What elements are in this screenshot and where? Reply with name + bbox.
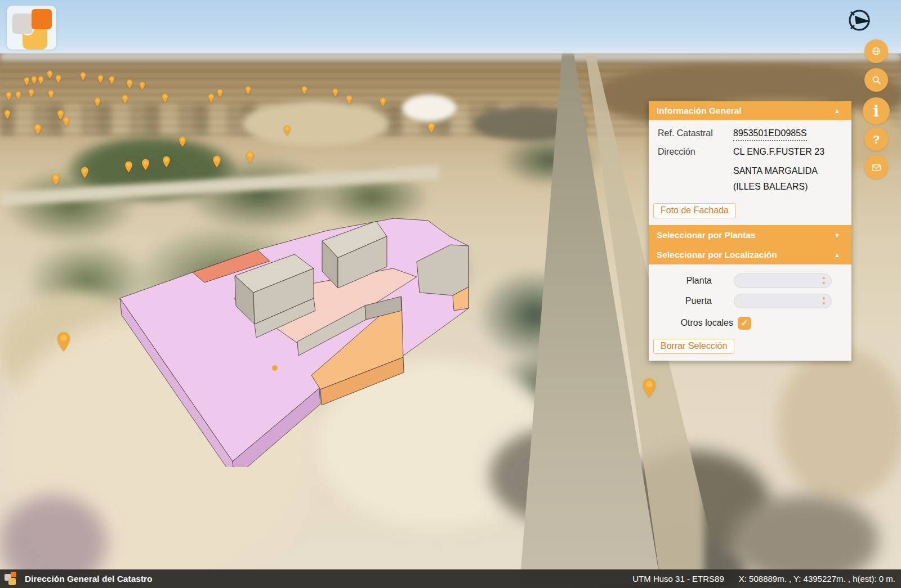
map-pin[interactable] <box>162 156 171 170</box>
mail-icon <box>871 163 881 172</box>
logo-gray-square <box>12 14 33 34</box>
direccion-value-line1: CL ENG.F.FUSTER 23 <box>733 145 824 159</box>
agency-name: Dirección General del Catastro <box>25 574 153 584</box>
map-pin[interactable] <box>427 122 435 136</box>
map-pin[interactable] <box>6 92 12 102</box>
borrar-seleccion-button[interactable]: Borrar Selección <box>653 339 734 354</box>
section-header-seleccionar-plantas[interactable]: Seleccionar por Plantas ▼ <box>649 225 851 245</box>
map-pin[interactable] <box>122 95 128 106</box>
direccion-row3: (ILLES BALEARS) <box>649 179 851 195</box>
map-pin[interactable] <box>28 89 34 100</box>
map-pin[interactable] <box>38 76 44 87</box>
search-icon <box>871 75 881 85</box>
building-face[interactable] <box>272 365 278 371</box>
map-pin[interactable] <box>56 331 71 354</box>
map-pin[interactable] <box>24 77 30 88</box>
localizacion-form: Planta ▲▼ Puerta ▲▼ Otros loca <box>649 264 851 361</box>
map-pin[interactable] <box>109 76 115 87</box>
map-pin[interactable] <box>34 124 42 137</box>
check-icon: ✓ <box>741 318 748 328</box>
planta-label: Planta <box>649 276 712 286</box>
collapse-arrow-icon[interactable]: ▲ <box>834 107 840 114</box>
section-title: Seleccionar por Plantas <box>657 230 756 240</box>
info-icon: i <box>873 104 879 119</box>
puerta-row: Puerta ▲▼ <box>649 291 851 311</box>
map-pin[interactable] <box>212 155 221 170</box>
map-pin[interactable] <box>246 151 255 165</box>
chevron-updown-icon: ▲▼ <box>822 275 826 286</box>
map-pin[interactable] <box>15 91 21 102</box>
mail-button[interactable] <box>864 155 888 179</box>
map-pin[interactable] <box>81 167 89 181</box>
map-pin[interactable] <box>380 97 386 109</box>
map-pin[interactable] <box>4 110 11 122</box>
near-field <box>777 349 901 501</box>
planta-row: Planta ▲▼ <box>649 271 851 290</box>
expand-arrow-icon[interactable]: ▼ <box>834 232 840 239</box>
direccion-value-line3: (ILLES BALEARS) <box>733 179 808 194</box>
map-pin[interactable] <box>283 125 291 138</box>
map-pin[interactable] <box>55 75 61 86</box>
help-icon: ? <box>873 133 880 145</box>
puerta-select[interactable]: ▲▼ <box>734 294 832 308</box>
globe-button[interactable] <box>864 39 888 63</box>
map-pin[interactable] <box>63 116 70 129</box>
help-button[interactable]: ? <box>864 127 888 151</box>
catastro-logo <box>7 6 56 50</box>
info-panel: Información General ▲ Ref. Catastral 895… <box>649 101 851 361</box>
map-pin[interactable] <box>47 70 53 81</box>
otros-locales-label: Otros locales <box>649 318 733 328</box>
planta-select[interactable]: ▲▼ <box>734 273 832 288</box>
status-bar: Dirección General del Catastro UTM Huso … <box>0 569 901 588</box>
otros-locales-row: Otros locales ✓ <box>649 314 851 332</box>
map-pin[interactable] <box>124 161 133 175</box>
ref-catastral-row: Ref. Catastral 8953501ED0985S <box>649 124 851 143</box>
puerta-label: Puerta <box>649 296 712 306</box>
map-pin[interactable] <box>139 82 145 92</box>
chevron-updown-icon: ▲▼ <box>822 295 826 307</box>
map-pin[interactable] <box>80 72 86 83</box>
map-pin[interactable] <box>141 159 150 173</box>
direccion-value-line2: SANTA MARGALIDA <box>733 164 818 178</box>
map-pin[interactable] <box>208 93 215 105</box>
catastro-3d-viewer: i ? Información General ▲ Ref. Catastral… <box>0 0 901 588</box>
otros-locales-checkbox[interactable]: ✓ <box>738 317 751 330</box>
section-header-informacion-general[interactable]: Información General ▲ <box>649 101 851 120</box>
compass-icon[interactable] <box>845 6 875 36</box>
logo-orange-square <box>32 9 52 29</box>
map-pin[interactable] <box>126 79 133 91</box>
map-pin[interactable] <box>346 95 353 107</box>
map-pin[interactable] <box>31 76 37 87</box>
map-pin[interactable] <box>94 97 101 109</box>
collapse-arrow-icon[interactable]: ▲ <box>834 252 840 258</box>
map-pin[interactable] <box>245 86 251 97</box>
map-pin[interactable] <box>51 173 60 188</box>
section-title: Seleccionar por Localización <box>657 250 777 260</box>
map-pin[interactable] <box>162 93 168 105</box>
sky <box>0 0 901 57</box>
map-pin[interactable] <box>217 89 223 100</box>
catastro-mini-logo <box>5 572 19 586</box>
map-pin[interactable] <box>179 136 186 150</box>
globe-icon <box>872 47 881 56</box>
map-pin[interactable] <box>97 75 104 86</box>
section-title: Información General <box>657 106 742 116</box>
info-button[interactable]: i <box>863 97 890 124</box>
ref-catastral-value[interactable]: 8953501ED0985S <box>733 126 807 141</box>
direccion-label: Dirección <box>649 145 733 159</box>
search-button[interactable] <box>864 68 888 92</box>
coordinates-readout: X: 508889m. , Y: 4395227m. , h(est): 0 m… <box>739 574 895 583</box>
selected-building-model[interactable] <box>113 214 479 467</box>
map-pin[interactable] <box>332 88 338 99</box>
general-info-body: Ref. Catastral 8953501ED0985S Dirección … <box>649 120 851 225</box>
map-pin[interactable] <box>301 86 307 97</box>
ref-catastral-label: Ref. Catastral <box>649 126 733 141</box>
section-header-seleccionar-localizacion[interactable]: Seleccionar por Localización ▲ <box>649 245 851 264</box>
direccion-row: Dirección CL ENG.F.FUSTER 23 <box>649 143 851 160</box>
crs-label: UTM Huso 31 - ETRS89 <box>632 574 724 583</box>
foto-de-fachada-button[interactable]: Foto de Fachada <box>653 203 736 218</box>
map-pin[interactable] <box>48 90 54 101</box>
horizon-haze <box>0 51 901 60</box>
field-mid <box>242 101 389 146</box>
map-pin[interactable] <box>642 378 657 400</box>
